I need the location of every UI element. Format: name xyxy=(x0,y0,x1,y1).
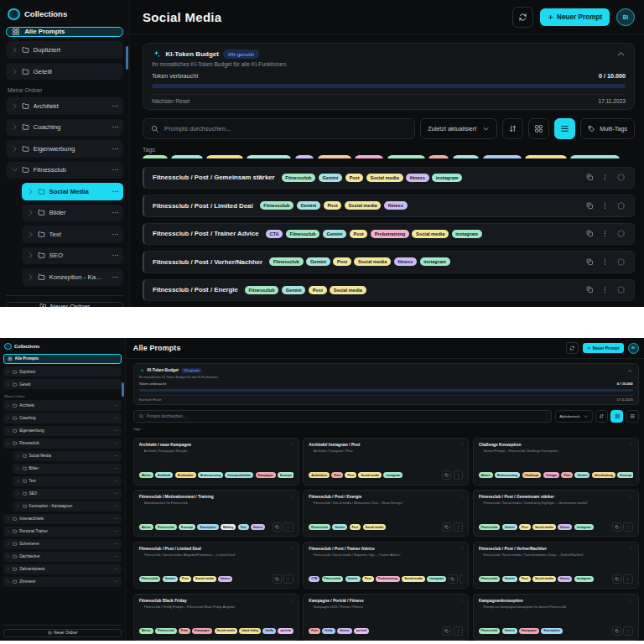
folder-options-icon[interactable] xyxy=(114,504,118,508)
tag-pill[interactable]: Fitnessclub xyxy=(479,628,501,633)
folder-options-icon[interactable] xyxy=(112,123,119,131)
status-circle-icon[interactable] xyxy=(616,229,626,238)
sidebar-item-konzeption-kampagnen[interactable]: Konzeption - Kampagnen xyxy=(22,268,123,286)
kebab-menu-button[interactable] xyxy=(460,574,463,584)
tag-pill[interactable]: portrait xyxy=(354,628,369,633)
copy-icon[interactable] xyxy=(275,525,279,529)
kebab-menu-button[interactable] xyxy=(623,522,632,532)
sidebar-item-eigenwerbung[interactable]: Eigenwerbung xyxy=(3,426,122,436)
copy-icon[interactable] xyxy=(586,230,594,237)
copy-icon[interactable] xyxy=(586,202,594,210)
tag-pill[interactable]: Gemini xyxy=(306,257,330,266)
chevron-up-icon[interactable] xyxy=(616,49,626,59)
folder-options-icon[interactable] xyxy=(112,252,119,259)
prompt-card[interactable]: KampagnenkonzeptionPrompt zur Kampagnenk… xyxy=(473,594,639,641)
status-circle-icon[interactable] xyxy=(616,285,626,294)
sidebar-item-bilder[interactable]: Bilder xyxy=(22,205,123,222)
sidebar-item-dupliziert[interactable]: Dupliziert xyxy=(6,41,123,59)
tag-pill[interactable]: Foto xyxy=(179,628,190,633)
kebab-menu-button[interactable] xyxy=(623,626,632,636)
kebab-menu-icon[interactable] xyxy=(286,577,290,581)
tag-pill[interactable]: fitness xyxy=(394,257,418,266)
copy-button[interactable] xyxy=(442,470,451,480)
sidebar-item-coaching[interactable]: Coaching xyxy=(6,119,123,137)
tag-pill[interactable]: Aktion xyxy=(479,472,493,477)
chevron-up-icon[interactable] xyxy=(627,368,632,373)
drag-handle-icon[interactable] xyxy=(459,598,464,603)
sort-direction-button[interactable] xyxy=(502,118,523,139)
tag-pill[interactable]: fitness xyxy=(218,576,232,581)
copy-icon[interactable] xyxy=(444,629,449,633)
tag-pill[interactable]: Social media xyxy=(215,628,238,633)
kebab-menu-icon[interactable] xyxy=(626,577,630,581)
drag-handle-icon[interactable] xyxy=(288,598,293,603)
kebab-menu-button[interactable] xyxy=(623,574,632,584)
tag-pill[interactable]: Fitnessclub xyxy=(155,628,177,633)
folder-options-icon[interactable] xyxy=(112,273,119,281)
tag-pill[interactable]: Foto xyxy=(561,472,573,477)
kebab-menu-button[interactable] xyxy=(454,470,463,480)
sidebar-item-coaching[interactable]: Coaching xyxy=(3,413,122,423)
tag-pill[interactable]: Fitnessclub xyxy=(155,524,177,529)
sidebar-item-seo[interactable]: SEO xyxy=(13,489,122,499)
sidebar-item-zahnarztpraxis[interactable]: Zahnarztpraxis xyxy=(3,564,122,574)
copy-icon[interactable] xyxy=(615,629,619,633)
sidebar-item-dachdecker[interactable]: Dachdecker xyxy=(3,552,122,562)
tag-pill[interactable]: Architektur xyxy=(206,155,243,158)
sidebar-item-text[interactable]: Text xyxy=(22,226,123,243)
tag-pill[interactable]: portrait xyxy=(278,628,293,633)
tag-pill[interactable]: Fitnessclub xyxy=(322,576,344,581)
tag-pill[interactable]: Kampagne xyxy=(192,628,212,633)
tag-pill[interactable]: Social media xyxy=(363,524,387,529)
tag-pill[interactable]: Kampagne xyxy=(519,628,539,633)
kebab-menu-icon[interactable] xyxy=(456,525,460,529)
tag-pill[interactable]: CTA xyxy=(295,155,314,158)
tag-pill[interactable]: Social media xyxy=(366,174,403,182)
tag-pill[interactable]: Konzeption xyxy=(541,628,562,633)
tag-pill[interactable]: Konzept xyxy=(179,524,195,529)
copy-icon[interactable] xyxy=(586,286,594,293)
tag-pill[interactable]: Post xyxy=(362,576,374,581)
copy-icon[interactable] xyxy=(444,473,449,477)
tag-pill[interactable]: Gemini xyxy=(332,524,347,529)
tag-pill[interactable]: CTA xyxy=(266,230,283,238)
tag-pill[interactable]: firefly xyxy=(322,628,335,633)
tag-pill[interactable]: Post xyxy=(179,576,191,581)
prompt-card[interactable]: Fitnessclub / Post / Trainer AdviceFitne… xyxy=(303,542,469,589)
new-prompt-button[interactable]: Neuer Prompt xyxy=(540,8,610,25)
drag-handle-icon[interactable] xyxy=(288,494,293,499)
folder-options-icon[interactable] xyxy=(112,231,119,238)
tag-pill[interactable]: instagram xyxy=(427,576,446,581)
prompt-card[interactable]: Kampagne / Porträt / FitnessKampagne 202… xyxy=(303,594,469,641)
prompt-card[interactable]: Fitnessclub / Post / Vorher/NachherFitne… xyxy=(473,542,639,589)
prompt-card[interactable]: Challenge KonzeptionGemini Prompt – Fitn… xyxy=(473,438,639,486)
copy-icon[interactable] xyxy=(444,525,449,529)
tag-pill[interactable]: instagram xyxy=(574,576,594,581)
new-prompt-button[interactable]: Neuer Prompt xyxy=(583,343,624,353)
refresh-button[interactable] xyxy=(566,342,579,355)
copy-icon[interactable] xyxy=(615,577,619,581)
sidebar-item-fitnessclub[interactable]: Fitnessclub xyxy=(3,439,122,449)
folder-options-icon[interactable] xyxy=(114,579,118,584)
tag-pill[interactable]: Fitnessclub xyxy=(286,230,320,238)
kebab-menu-icon[interactable] xyxy=(601,174,609,181)
tag-pill[interactable]: Challenge xyxy=(522,472,542,477)
folder-options-icon[interactable] xyxy=(114,454,118,458)
tag-pill[interactable]: firefly xyxy=(262,628,276,633)
prompt-card[interactable]: Fitnessclub / Motivationstext / Training… xyxy=(133,490,299,538)
kebab-menu-icon[interactable] xyxy=(601,258,609,266)
tag-pill[interactable]: Foto xyxy=(428,155,449,158)
folder-options-icon[interactable] xyxy=(114,517,118,521)
tag-pill[interactable]: black friday xyxy=(239,628,261,633)
tag-pill[interactable]: Fitnessclub xyxy=(309,524,330,529)
sidebar-item-innenarchitekt[interactable]: Innenarchitekt xyxy=(3,514,122,524)
tag-pill[interactable]: Social media xyxy=(193,576,216,581)
tag-pill[interactable]: Architektur xyxy=(175,472,196,477)
drag-handle-icon[interactable] xyxy=(628,598,633,603)
kebab-menu-button[interactable] xyxy=(454,626,463,636)
kebab-menu-icon[interactable] xyxy=(601,202,609,210)
sort-direction-button[interactable] xyxy=(595,410,608,423)
tag-pill[interactable]: Fitnessclub xyxy=(479,576,501,581)
folder-options-icon[interactable] xyxy=(112,209,119,216)
folder-options-icon[interactable] xyxy=(114,416,118,420)
